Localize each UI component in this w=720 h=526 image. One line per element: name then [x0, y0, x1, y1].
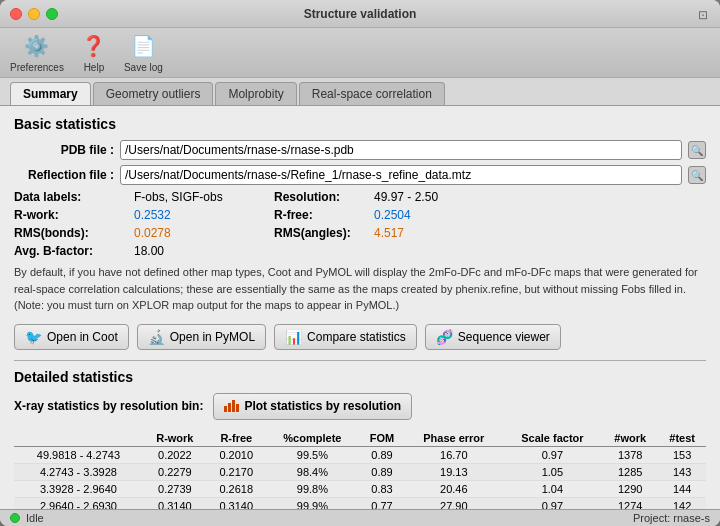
table-row: 49.9818 - 4.27430.20220.201099.5%0.8916.…: [14, 446, 706, 463]
resolution-label: Resolution:: [274, 190, 374, 204]
tab-molprobity[interactable]: Molprobity: [215, 82, 296, 105]
compare-icon: 📊: [285, 329, 302, 345]
minimize-button[interactable]: [28, 8, 40, 20]
rms-bonds-value: 0.0278: [134, 226, 274, 240]
table-cell: 0.2010: [207, 446, 266, 463]
rms-bonds-label: RMS(bonds):: [14, 226, 134, 240]
basic-statistics-title: Basic statistics: [14, 116, 706, 132]
table-cell: 0.97: [503, 497, 602, 509]
table-cell: 98.4%: [266, 463, 359, 480]
rfree-value: 0.2504: [374, 208, 411, 222]
save-log-button[interactable]: 📄 Save log: [124, 32, 163, 73]
sequence-viewer-button[interactable]: 🧬 Sequence viewer: [425, 324, 561, 350]
table-cell: 0.3140: [143, 497, 207, 509]
main-window: Structure validation ⊡ ⚙️ Preferences ❓ …: [0, 0, 720, 526]
data-labels-row: Data labels: F-obs, SIGF-obs Resolution:…: [14, 190, 706, 204]
table-cell: 0.2022: [143, 446, 207, 463]
open-in-pymol-button[interactable]: 🔬 Open in PyMOL: [137, 324, 266, 350]
titlebar: Structure validation ⊡: [0, 0, 720, 28]
table-cell: 0.2170: [207, 463, 266, 480]
pdb-file-input[interactable]: [120, 140, 682, 160]
pdb-file-row: PDB file : 🔍: [14, 140, 706, 160]
table-cell: 16.70: [405, 446, 503, 463]
xray-label: X-ray statistics by resolution bin:: [14, 399, 203, 413]
tab-geometry-outliers[interactable]: Geometry outliers: [93, 82, 214, 105]
help-icon: ❓: [80, 32, 108, 60]
table-cell: 1.05: [503, 463, 602, 480]
table-cell: 19.13: [405, 463, 503, 480]
divider: [14, 360, 706, 361]
col-test: #test: [658, 430, 706, 447]
sequence-icon: 🧬: [436, 329, 453, 345]
window-title: Structure validation: [304, 7, 417, 21]
content-area: Basic statistics PDB file : 🔍 Reflection…: [0, 106, 720, 509]
tabs-bar: Summary Geometry outliers Molprobity Rea…: [0, 78, 720, 106]
table-cell: 144: [658, 480, 706, 497]
rfree-label: R-free:: [274, 208, 374, 222]
plot-statistics-button[interactable]: Plot statistics by resolution: [213, 393, 412, 420]
table-cell: 3.3928 - 2.9640: [14, 480, 143, 497]
reflection-search-icon[interactable]: 🔍: [688, 166, 706, 184]
rms-bonds-row: RMS(bonds): 0.0278 RMS(angles): 4.517: [14, 226, 706, 240]
reflection-file-input[interactable]: [120, 165, 682, 185]
status-text: Idle: [26, 512, 44, 524]
table-cell: 153: [658, 446, 706, 463]
compare-statistics-button[interactable]: 📊 Compare statistics: [274, 324, 417, 350]
resolution-value: 49.97 - 2.50: [374, 190, 438, 204]
table-row: 2.9640 - 2.69300.31400.314099.9%0.7727.9…: [14, 497, 706, 509]
table-cell: 4.2743 - 3.3928: [14, 463, 143, 480]
pdb-search-icon[interactable]: 🔍: [688, 141, 706, 159]
rwork-label: R-work:: [14, 208, 134, 222]
resize-icon[interactable]: ⊡: [698, 8, 710, 20]
rwork-value: 0.2532: [134, 208, 274, 222]
rwork-row: R-work: 0.2532 R-free: 0.2504: [14, 208, 706, 222]
table-cell: 0.97: [503, 446, 602, 463]
col-scale: Scale factor: [503, 430, 602, 447]
resolution-bin-row: X-ray statistics by resolution bin: Plot…: [14, 393, 706, 420]
table-cell: 0.77: [359, 497, 405, 509]
table-cell: 99.8%: [266, 480, 359, 497]
reflection-file-row: Reflection file : 🔍: [14, 165, 706, 185]
table-cell: 1290: [602, 480, 658, 497]
table-cell: 1274: [602, 497, 658, 509]
table-cell: 99.9%: [266, 497, 359, 509]
open-in-coot-button[interactable]: 🐦 Open in Coot: [14, 324, 129, 350]
col-work: #work: [602, 430, 658, 447]
avg-bfactor-value: 18.00: [134, 244, 274, 258]
table-cell: 142: [658, 497, 706, 509]
pdb-file-label: PDB file :: [14, 143, 114, 157]
preferences-icon: ⚙️: [23, 32, 51, 60]
table-cell: 0.2279: [143, 463, 207, 480]
table-cell: 0.83: [359, 480, 405, 497]
table-cell: 1378: [602, 446, 658, 463]
help-button[interactable]: ❓ Help: [80, 32, 108, 73]
preferences-button[interactable]: ⚙️ Preferences: [10, 32, 64, 73]
status-indicator: [10, 513, 20, 523]
bar-chart-icon: [224, 398, 239, 415]
statusbar: Idle Project: rnase-s: [0, 509, 720, 526]
col-rfree: R-free: [207, 430, 266, 447]
tab-real-space-correlation[interactable]: Real-space correlation: [299, 82, 445, 105]
pymol-icon: 🔬: [148, 329, 165, 345]
table-cell: 1.04: [503, 480, 602, 497]
table-row: 3.3928 - 2.96400.27390.261899.8%0.8320.4…: [14, 480, 706, 497]
toolbar: ⚙️ Preferences ❓ Help 📄 Save log: [0, 28, 720, 78]
info-text: By default, if you have not defined othe…: [14, 264, 706, 314]
table-cell: 20.46: [405, 480, 503, 497]
col-complete: %complete: [266, 430, 359, 447]
close-button[interactable]: [10, 8, 22, 20]
tab-summary[interactable]: Summary: [10, 82, 91, 105]
col-range: [14, 430, 143, 447]
col-rwork: R-work: [143, 430, 207, 447]
action-buttons: 🐦 Open in Coot 🔬 Open in PyMOL 📊 Compare…: [14, 324, 706, 350]
zoom-button[interactable]: [46, 8, 58, 20]
scrollable-content[interactable]: Basic statistics PDB file : 🔍 Reflection…: [0, 106, 720, 509]
data-labels-value: F-obs, SIGF-obs: [134, 190, 274, 204]
table-row: 4.2743 - 3.39280.22790.217098.4%0.8919.1…: [14, 463, 706, 480]
status-left: Idle: [10, 512, 44, 524]
statistics-table: R-work R-free %complete FOM Phase error …: [14, 430, 706, 510]
table-cell: 1285: [602, 463, 658, 480]
table-cell: 27.90: [405, 497, 503, 509]
rms-angles-value: 4.517: [374, 226, 404, 240]
traffic-lights: [10, 8, 58, 20]
